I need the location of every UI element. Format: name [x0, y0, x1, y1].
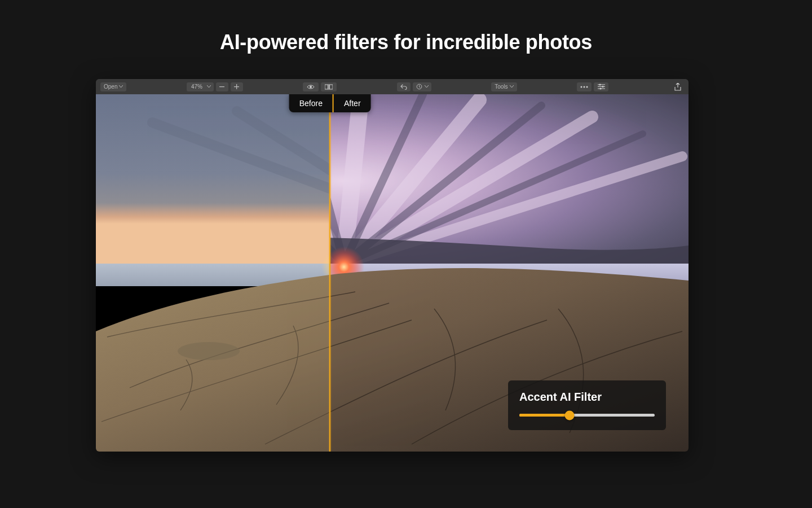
compare-icon [325, 84, 333, 90]
svg-point-9 [584, 86, 585, 87]
toolbar: Open 47% [96, 79, 689, 94]
svg-point-16 [599, 87, 601, 89]
zoom-out-button[interactable] [216, 82, 228, 91]
zoom-value-label: 47% [191, 84, 202, 90]
eye-icon [307, 84, 315, 90]
svg-rect-0 [219, 86, 224, 87]
minus-icon [219, 84, 224, 89]
svg-rect-2 [236, 84, 237, 89]
svg-point-10 [586, 86, 588, 87]
plus-icon [234, 84, 239, 89]
undo-button[interactable] [397, 82, 411, 91]
svg-point-14 [599, 84, 601, 85]
chevron-down-icon [207, 85, 211, 88]
view-cluster [303, 82, 337, 91]
presets-button[interactable] [577, 82, 592, 91]
page-title: AI-powered filters for incredible photos [0, 0, 812, 54]
svg-rect-6 [329, 84, 329, 90]
zoom-value[interactable]: 47% [187, 82, 214, 91]
chevron-down-icon [510, 85, 514, 88]
slider-fill [519, 414, 570, 417]
filter-panel: Accent AI Filter [508, 380, 666, 430]
svg-point-15 [602, 86, 603, 87]
share-button[interactable] [672, 82, 684, 91]
accent-ai-slider[interactable] [519, 414, 655, 417]
chevron-down-icon [425, 85, 429, 88]
tools-button-label: Tools [495, 84, 508, 90]
history-button[interactable] [413, 82, 431, 91]
tools-button[interactable]: Tools [491, 82, 517, 91]
before-label: Before [289, 94, 333, 112]
filter-title: Accent AI Filter [519, 391, 655, 404]
compare-divider[interactable] [329, 94, 330, 452]
slider-thumb[interactable] [564, 410, 574, 420]
adjustments-button[interactable] [594, 82, 608, 91]
open-button[interactable]: Open [100, 82, 126, 91]
svg-point-24 [178, 342, 240, 360]
zoom-in-button[interactable] [231, 82, 243, 91]
svg-point-8 [581, 86, 582, 87]
zoom-cluster: 47% [187, 82, 243, 91]
svg-rect-4 [325, 85, 328, 89]
after-label: After [334, 94, 371, 112]
chevron-down-icon [119, 85, 123, 88]
history-icon [416, 84, 422, 90]
sliders-icon [598, 84, 605, 90]
before-after-badge: Before After [289, 94, 371, 112]
share-icon [674, 83, 681, 91]
open-button-label: Open [104, 84, 117, 90]
canvas: Before After Accent AI Filter [96, 94, 689, 452]
presets-icon [580, 85, 588, 89]
svg-rect-5 [330, 85, 333, 89]
svg-point-3 [310, 86, 312, 88]
history-cluster [397, 82, 431, 91]
undo-icon [400, 84, 407, 90]
preview-toggle-button[interactable] [303, 82, 319, 91]
app-window: Open 47% [96, 79, 689, 452]
compare-toggle-button[interactable] [321, 82, 337, 91]
right-cluster [577, 82, 608, 91]
